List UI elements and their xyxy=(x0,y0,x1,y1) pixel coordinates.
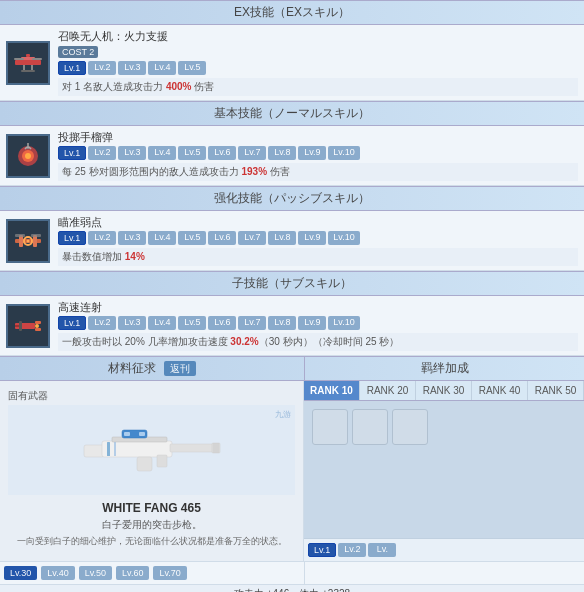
basic-level-bar: Lv.1 Lv.2 Lv.3 Lv.4 Lv.5 Lv.6 Lv.7 Lv.8 … xyxy=(58,146,578,160)
sub-lv8[interactable]: Lv.8 xyxy=(268,316,296,330)
enhance-lv3[interactable]: Lv.3 xyxy=(118,231,146,245)
enhance-lv8[interactable]: Lv.8 xyxy=(268,231,296,245)
sub-lv2[interactable]: Lv.2 xyxy=(88,316,116,330)
svg-rect-7 xyxy=(21,70,35,72)
sub-skill-row: 高速连射 Lv.1 Lv.2 Lv.3 Lv.4 Lv.5 Lv.6 Lv.7 … xyxy=(0,296,584,356)
materials-title: 材料征求 xyxy=(108,361,156,375)
sub-lv7[interactable]: Lv.7 xyxy=(238,316,266,330)
bottom-lv70[interactable]: Lv.70 xyxy=(153,566,186,580)
ex-skill-section: EX技能（EXスキル） 召唤无人机：火力支援 COST 2 Lv.1 Lv.2 … xyxy=(0,0,584,101)
sub-level-bar: Lv.1 Lv.2 Lv.3 Lv.4 Lv.5 Lv.6 Lv.7 Lv.8 … xyxy=(58,316,578,330)
svg-rect-34 xyxy=(107,442,110,456)
ex-lv5[interactable]: Lv.5 xyxy=(178,61,206,75)
basic-lv9[interactable]: Lv.9 xyxy=(298,146,326,160)
rank-tab-30[interactable]: RANK 30 xyxy=(416,381,472,400)
basic-lv6[interactable]: Lv.6 xyxy=(208,146,236,160)
basic-skill-section: 基本技能（ノーマルスキル） 投掷手榴弹 Lv.1 Lv.2 Lv.3 Lv.4 … xyxy=(0,101,584,186)
rank-tabs: RANK 10 RANK 20 RANK 30 RANK 40 RANK 50 xyxy=(304,381,584,401)
rank-content xyxy=(304,401,584,538)
enhance-lv4[interactable]: Lv.4 xyxy=(148,231,176,245)
basic-skill-desc: 每 25 秒对圆形范围内的敌人造成攻击力 193% 伤害 xyxy=(58,163,578,181)
enhance-skill-name: 瞄准弱点 xyxy=(58,215,578,230)
svg-rect-25 xyxy=(84,445,104,457)
enhance-desc-prefix: 暴击数值增加 xyxy=(62,251,125,262)
sub-lv10[interactable]: Lv.10 xyxy=(328,316,359,330)
sub-desc-value: 30.2% xyxy=(230,336,258,347)
basic-lv7[interactable]: Lv.7 xyxy=(238,146,266,160)
basic-lv10[interactable]: Lv.10 xyxy=(328,146,359,160)
svg-rect-6 xyxy=(31,65,33,70)
weapon-type-label: 固有武器 xyxy=(8,389,48,403)
right-lv2[interactable]: Lv.2 xyxy=(338,543,366,557)
bottom-lv30[interactable]: Lv.30 xyxy=(4,566,37,580)
rank-tab-10[interactable]: RANK 10 xyxy=(304,381,360,400)
basic-lv5[interactable]: Lv.5 xyxy=(178,146,206,160)
sub-lv6[interactable]: Lv.6 xyxy=(208,316,236,330)
enhance-lv9[interactable]: Lv.9 xyxy=(298,231,326,245)
svg-rect-18 xyxy=(31,234,41,237)
svg-point-11 xyxy=(25,153,31,159)
bottom-lv50[interactable]: Lv.50 xyxy=(79,566,112,580)
enhance-lv10[interactable]: Lv.10 xyxy=(328,231,359,245)
material-item[interactable] xyxy=(352,409,388,445)
rank-tab-20[interactable]: RANK 20 xyxy=(360,381,416,400)
sub-lv3[interactable]: Lv.3 xyxy=(118,316,146,330)
rank-tab-50[interactable]: RANK 50 xyxy=(528,381,584,400)
enhance-skill-content: 瞄准弱点 Lv.1 Lv.2 Lv.3 Lv.4 Lv.5 Lv.6 Lv.7 … xyxy=(58,215,578,266)
sub-lv4[interactable]: Lv.4 xyxy=(148,316,176,330)
basic-skill-name: 投掷手榴弹 xyxy=(58,130,578,145)
basic-lv2[interactable]: Lv.2 xyxy=(88,146,116,160)
enhance-skill-section: 强化技能（パッシブスキル） 瞄准弱点 Lv.1 Lv.2 Lv.3 Lv.4 L… xyxy=(0,186,584,271)
enhance-lv5[interactable]: Lv.5 xyxy=(178,231,206,245)
rank-tab-40[interactable]: RANK 40 xyxy=(472,381,528,400)
enhance-lv6[interactable]: Lv.6 xyxy=(208,231,236,245)
ex-lv3[interactable]: Lv.3 xyxy=(118,61,146,75)
enhance-lv1[interactable]: Lv.1 xyxy=(58,231,86,245)
enhance-level-bar: Lv.1 Lv.2 Lv.3 Lv.4 Lv.5 Lv.6 Lv.7 Lv.8 … xyxy=(58,231,578,245)
svg-rect-3 xyxy=(14,58,24,60)
basic-lv8[interactable]: Lv.8 xyxy=(268,146,296,160)
right-level-bar: Lv.1 Lv.2 Lv. xyxy=(304,538,584,561)
sub-lv5[interactable]: Lv.5 xyxy=(178,316,206,330)
sub-lv9[interactable]: Lv.9 xyxy=(298,316,326,330)
weapon-watermark: 九游 xyxy=(275,409,291,420)
enhance-lv7[interactable]: Lv.7 xyxy=(238,231,266,245)
basic-desc-prefix: 每 25 秒对圆形范围内的敌人造成攻击力 xyxy=(62,166,241,177)
basic-lv4[interactable]: Lv.4 xyxy=(148,146,176,160)
svg-rect-20 xyxy=(35,321,41,324)
basic-lv1[interactable]: Lv.1 xyxy=(58,146,86,160)
weapon-panel: 固有武器 xyxy=(0,381,304,561)
right-lv3[interactable]: Lv. xyxy=(368,543,396,557)
basic-lv3[interactable]: Lv.3 xyxy=(118,146,146,160)
ex-lv1[interactable]: Lv.1 xyxy=(58,61,86,75)
materials-header: 材料征求 返刊 羁绊加成 xyxy=(0,356,584,381)
sub-desc-suffix: （30 秒内）（冷却时间 25 秒） xyxy=(259,336,400,347)
ex-skill-row: 召唤无人机：火力支援 COST 2 Lv.1 Lv.2 Lv.3 Lv.4 Lv… xyxy=(0,25,584,101)
bottom-lv60[interactable]: Lv.60 xyxy=(116,566,149,580)
return-button[interactable]: 返刊 xyxy=(164,361,196,376)
bottom-lv40[interactable]: Lv.40 xyxy=(41,566,74,580)
enhance-skill-header: 强化技能（パッシブスキル） xyxy=(0,186,584,211)
basic-skill-content: 投掷手榴弹 Lv.1 Lv.2 Lv.3 Lv.4 Lv.5 Lv.6 Lv.7… xyxy=(58,130,578,181)
sub-skill-desc: 一般攻击时以 20% 几率增加攻击速度 30.2%（30 秒内）（冷却时间 25… xyxy=(58,333,578,351)
ex-lv4[interactable]: Lv.4 xyxy=(148,61,176,75)
level-bottom-bar: Lv.30 Lv.40 Lv.50 Lv.60 Lv.70 xyxy=(0,561,584,584)
material-item[interactable] xyxy=(392,409,428,445)
svg-rect-17 xyxy=(15,234,25,237)
basic-desc-suffix: 伤害 xyxy=(267,166,290,177)
sub-desc-prefix: 一般攻击时以 20% 几率增加攻击速度 xyxy=(62,336,230,347)
materials-body: 固有武器 xyxy=(0,381,584,561)
sub-lv1[interactable]: Lv.1 xyxy=(58,316,86,330)
svg-rect-26 xyxy=(102,441,172,457)
basic-skill-icon xyxy=(6,134,50,178)
right-lv1[interactable]: Lv.1 xyxy=(308,543,336,557)
material-item[interactable] xyxy=(312,409,348,445)
svg-rect-4 xyxy=(32,58,42,60)
enhance-lv2[interactable]: Lv.2 xyxy=(88,231,116,245)
svg-point-23 xyxy=(35,324,39,328)
ex-lv2[interactable]: Lv.2 xyxy=(88,61,116,75)
enhance-skill-row: 瞄准弱点 Lv.1 Lv.2 Lv.3 Lv.4 Lv.5 Lv.6 Lv.7 … xyxy=(0,211,584,271)
svg-rect-35 xyxy=(114,442,116,456)
materials-header-left: 材料征求 返刊 xyxy=(0,357,304,380)
enhance-desc-value: 14% xyxy=(125,251,145,262)
